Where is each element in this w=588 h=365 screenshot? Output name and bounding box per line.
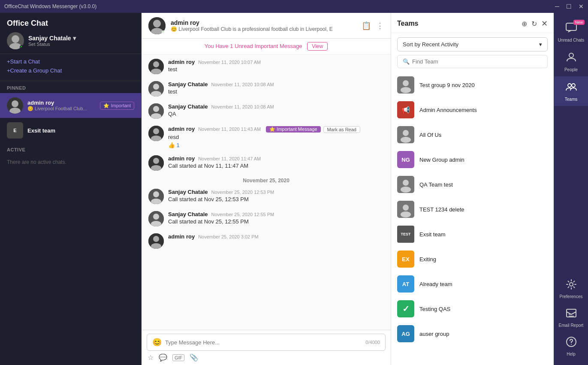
- team-item[interactable]: EX Exiting: [391, 247, 554, 271]
- email-report-icon: [566, 308, 577, 321]
- svg-point-24: [153, 191, 159, 197]
- view-button[interactable]: View: [307, 42, 328, 51]
- more-options-icon[interactable]: ⋮: [376, 21, 384, 30]
- msg-avatar: [148, 59, 164, 74]
- note-icon[interactable]: 📋: [362, 21, 371, 30]
- msg-header: Sanjay Chatale November 25, 2020 12:53 P…: [168, 189, 384, 195]
- nav-label-people: People: [564, 67, 578, 72]
- team-avatar: [397, 76, 414, 94]
- chat-name-exsit-team: Exsit team: [27, 127, 134, 134]
- msg-sender: admin roy: [168, 233, 195, 240]
- nav-label-preferences: Preferences: [560, 294, 583, 299]
- svg-point-21: [153, 158, 159, 164]
- svg-point-47: [569, 53, 573, 57]
- search-icon: 🔍: [403, 58, 410, 65]
- team-item[interactable]: AT Already team: [391, 271, 554, 296]
- right-nav-bottom: Preferences Email Report: [555, 275, 587, 361]
- sidebar-item-exsit-team[interactable]: E Exsit team: [0, 118, 141, 143]
- chat-bubble-icon[interactable]: 💬: [159, 353, 167, 362]
- help-icon: [566, 336, 577, 350]
- online-dot: [162, 30, 166, 34]
- chevron-down-icon: ▾: [539, 41, 542, 48]
- no-active-text: There are no active chats.: [0, 155, 141, 169]
- chat-header-name: admin roy: [171, 19, 356, 26]
- user-status[interactable]: Set Status: [28, 42, 134, 47]
- minimize-button[interactable]: ─: [555, 3, 559, 10]
- teams-search-input[interactable]: [412, 58, 542, 65]
- teams-list: Test group 9 nov 2020 📢 Admin Announceme…: [391, 72, 554, 365]
- nav-item-teams[interactable]: Teams: [554, 76, 588, 106]
- gif-button[interactable]: GIF: [172, 354, 184, 361]
- msg-header: admin roy November 11, 2020 10:07 AM: [168, 59, 384, 65]
- team-item[interactable]: TEST 1234 delete: [391, 197, 554, 222]
- teams-sort-dropdown[interactable]: Sort by Recent Activity ▾: [397, 37, 548, 51]
- msg-badges: ⭐ Important Message Mark as Read: [266, 126, 360, 133]
- team-item[interactable]: TEST Exsit team: [391, 222, 554, 247]
- team-item[interactable]: AG auser group: [391, 321, 554, 346]
- msg-avatar: [148, 189, 164, 204]
- emoji-icon[interactable]: 😊: [152, 338, 162, 347]
- sidebar-header: Office Chat Sanjay Chatale ▾ Set Status: [0, 13, 141, 54]
- messages-area[interactable]: admin roy November 11, 2020 10:07 AM tes…: [142, 54, 391, 330]
- nav-label-email-report: Email Report: [559, 323, 584, 328]
- nav-item-email-report[interactable]: Email Report: [555, 303, 587, 332]
- msg-time: November 11, 2020 11:43 AM: [198, 127, 261, 132]
- team-item[interactable]: Test group 9 nov 2020: [391, 72, 554, 97]
- nav-item-help[interactable]: Help: [555, 332, 587, 361]
- msg-text: Call started at Nov 25, 12:55 PM: [168, 218, 384, 225]
- refresh-icon[interactable]: ↻: [531, 20, 537, 28]
- chat-input[interactable]: [165, 339, 362, 346]
- team-item[interactable]: QA Team test: [391, 172, 554, 197]
- unread-banner: You Have 1 Unread Important Message View: [142, 39, 391, 54]
- pinned-chat-list: admin roy 😊 Liverpool Football Club... ⭐…: [0, 93, 141, 365]
- mark-as-read-button[interactable]: Mark as Read: [323, 126, 360, 133]
- msg-avatar: [148, 233, 164, 249]
- nav-item-people[interactable]: People: [554, 47, 588, 76]
- close-button[interactable]: ✕: [579, 3, 584, 10]
- svg-point-39: [401, 137, 411, 143]
- sidebar-item-admin-roy[interactable]: admin roy 😊 Liverpool Football Club... ⭐…: [0, 93, 141, 118]
- date-divider: November 25, 2020: [148, 178, 384, 184]
- msg-content: Sanjay Chatale November 11, 2020 10:08 A…: [168, 81, 384, 95]
- msg-time: November 25, 2020 3:02 PM: [198, 234, 259, 239]
- create-group-button[interactable]: +Create a Group Chat: [7, 67, 134, 74]
- start-chat-button[interactable]: +Start a Chat: [7, 58, 134, 65]
- add-team-icon[interactable]: ⊕: [522, 20, 527, 28]
- star-icon[interactable]: ☆: [148, 353, 154, 362]
- team-item[interactable]: NG New Group admin: [391, 147, 554, 172]
- dropdown-icon[interactable]: ▾: [73, 35, 76, 42]
- team-item[interactable]: 📢 Admin Announcements: [391, 97, 554, 122]
- team-name: Testing QAS: [419, 306, 450, 312]
- nav-item-preferences[interactable]: Preferences: [555, 275, 587, 303]
- msg-content: Sanjay Chatale November 11, 2020 10:08 A…: [168, 103, 384, 117]
- msg-time: November 11, 2020 10:08 AM: [211, 82, 274, 87]
- msg-header: Sanjay Chatale November 11, 2020 10:08 A…: [168, 81, 384, 87]
- maximize-button[interactable]: ☐: [566, 3, 572, 10]
- unread-banner-text: You Have 1 Unread Important Message: [205, 43, 302, 49]
- msg-sender: Sanjay Chatale: [168, 103, 208, 110]
- msg-content: admin roy November 11, 2020 11:43 AM ⭐ I…: [168, 126, 384, 148]
- nav-item-unread-chats[interactable]: New Unread Chats: [554, 17, 588, 47]
- sort-label: Sort by Recent Activity: [403, 41, 458, 48]
- svg-point-34: [401, 87, 411, 93]
- msg-header: admin roy November 11, 2020 11:43 AM ⭐ I…: [168, 126, 384, 133]
- titlebar-controls: ─ ☐ ✕: [555, 3, 584, 10]
- svg-text:📢: 📢: [401, 106, 410, 114]
- close-teams-button[interactable]: ✕: [541, 19, 548, 28]
- teams-header-icons: ⊕ ↻ ✕: [522, 19, 548, 28]
- msg-avatar: [148, 103, 164, 119]
- chat-area: admin roy 😊 Liverpool Football Club is a…: [142, 13, 391, 365]
- reaction: 👍 1: [168, 142, 384, 148]
- attachment-icon[interactable]: 📎: [190, 353, 198, 362]
- team-item[interactable]: All Of Us: [391, 122, 554, 147]
- sidebar-user: Sanjay Chatale ▾ Set Status: [7, 32, 134, 49]
- msg-content: admin roy November 25, 2020 3:02 PM: [168, 233, 384, 241]
- app-body: Office Chat Sanjay Chatale ▾ Set Status …: [0, 13, 588, 365]
- team-name: QA Team test: [419, 181, 453, 188]
- chat-input-area: 😊 0/4000 ☆ 💬 GIF 📎: [142, 330, 391, 365]
- team-item[interactable]: ✓ Testing QAS: [391, 296, 554, 321]
- chat-header-status: 😊 Liverpool Football Club is a professio…: [171, 26, 356, 32]
- msg-header: Sanjay Chatale November 25, 2020 12:55 P…: [168, 211, 384, 217]
- svg-point-44: [403, 205, 409, 211]
- msg-sender: Sanjay Chatale: [168, 211, 208, 217]
